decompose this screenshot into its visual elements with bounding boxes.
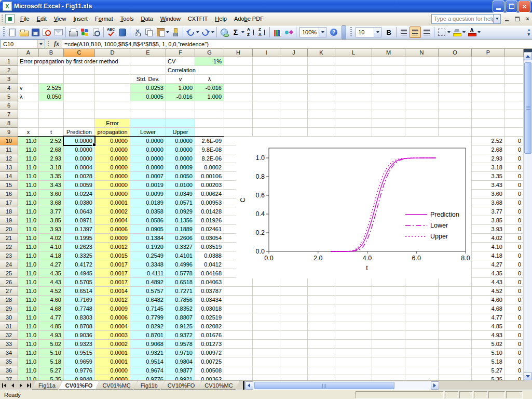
cell-B37[interactable]: 5.35 bbox=[39, 375, 64, 380]
cell-P20[interactable]: 3.93 bbox=[472, 225, 505, 234]
cell-F3[interactable]: v bbox=[166, 75, 195, 84]
cell-J26[interactable] bbox=[280, 278, 308, 287]
menu-window[interactable]: Window bbox=[157, 15, 184, 23]
redo-button[interactable] bbox=[200, 26, 215, 38]
cell-N28[interactable] bbox=[405, 296, 439, 304]
cell-D32[interactable]: 0.0003 bbox=[95, 331, 130, 340]
cell-H2[interactable] bbox=[224, 66, 253, 75]
column-header-B[interactable]: B bbox=[39, 49, 64, 57]
cell-I32[interactable] bbox=[253, 331, 280, 340]
fill-color-button[interactable] bbox=[451, 26, 466, 38]
help-question-box[interactable]: Type a question for help bbox=[431, 14, 501, 24]
cell-B4[interactable]: 2.525 bbox=[39, 84, 64, 92]
row-header-8[interactable]: 8 bbox=[0, 119, 18, 128]
cell-Q35[interactable]: 0 bbox=[505, 357, 524, 366]
cell-K32[interactable] bbox=[308, 331, 335, 340]
cell-A11[interactable]: 11.0 bbox=[18, 145, 39, 154]
cell-B17[interactable]: 3.68 bbox=[39, 198, 64, 207]
cell-H33[interactable] bbox=[224, 340, 253, 349]
cell-F2[interactable]: Correlation bbox=[166, 66, 224, 75]
cell-E5[interactable]: 0.0005 bbox=[130, 92, 166, 101]
cell-F18[interactable]: 0.0929 bbox=[166, 207, 195, 216]
row-header-27[interactable]: 27 bbox=[0, 287, 18, 296]
cell-D4[interactable] bbox=[95, 84, 130, 92]
cell-D8[interactable]: Error bbox=[95, 119, 130, 128]
cell-C37[interactable]: 0.9848 bbox=[64, 375, 95, 380]
cell-F29[interactable]: 0.8352 bbox=[166, 304, 195, 313]
cell-F30[interactable]: 0.8807 bbox=[166, 313, 195, 322]
cell-E37[interactable]: 0.9776 bbox=[130, 375, 166, 380]
hyperlink-button[interactable] bbox=[219, 26, 230, 38]
cell-B13[interactable]: 3.18 bbox=[39, 163, 64, 172]
cell-B34[interactable]: 5.10 bbox=[39, 349, 64, 357]
cell-Q6[interactable] bbox=[505, 101, 524, 110]
cell-E1[interactable] bbox=[130, 57, 166, 66]
cell-N36[interactable] bbox=[405, 366, 439, 375]
cell-G17[interactable]: 0.00953 bbox=[195, 198, 224, 207]
cell-Q8[interactable] bbox=[505, 119, 524, 128]
cell-G15[interactable]: 0.00203 bbox=[195, 181, 224, 190]
sheet-tab-cv01-fo[interactable]: CV01%FO bbox=[59, 381, 100, 390]
cell-D10[interactable]: 0.0000 bbox=[95, 137, 130, 145]
column-header-N[interactable]: N bbox=[405, 49, 439, 57]
column-header-I[interactable]: I bbox=[253, 49, 280, 57]
cell-C13[interactable]: 0.0004 bbox=[64, 163, 95, 172]
cell-P15[interactable]: 3.43 bbox=[472, 181, 505, 190]
cell-I37[interactable] bbox=[253, 375, 280, 380]
cell-I3[interactable] bbox=[253, 75, 280, 84]
column-header-O[interactable]: O bbox=[439, 49, 472, 57]
cell-Q19[interactable]: 0 bbox=[505, 216, 524, 225]
cell-K29[interactable] bbox=[308, 304, 335, 313]
row-header-37[interactable]: 37 bbox=[0, 375, 18, 380]
cell-E21[interactable]: 0.1384 bbox=[130, 234, 166, 243]
cell-A10[interactable]: 11.0 bbox=[18, 137, 39, 145]
cell-K1[interactable] bbox=[308, 57, 335, 66]
row-header-13[interactable]: 13 bbox=[0, 163, 18, 172]
cell-E30[interactable]: 0.7799 bbox=[130, 313, 166, 322]
cell-M2[interactable] bbox=[372, 66, 405, 75]
save-button[interactable] bbox=[30, 26, 41, 38]
cell-D2[interactable] bbox=[95, 66, 130, 75]
menu-adobe-pdf[interactable]: Adobe PDF bbox=[230, 15, 267, 23]
cell-G29[interactable]: 0.03018 bbox=[195, 304, 224, 313]
cell-E14[interactable]: 0.0007 bbox=[130, 172, 166, 181]
cell-F33[interactable]: 0.9578 bbox=[166, 340, 195, 349]
cut-button[interactable] bbox=[132, 26, 143, 38]
row-header-6[interactable]: 6 bbox=[0, 101, 18, 110]
copy-button[interactable] bbox=[143, 26, 155, 38]
cell-A2[interactable] bbox=[18, 66, 39, 75]
cell-P19[interactable]: 3.85 bbox=[472, 216, 505, 225]
row-header-17[interactable]: 17 bbox=[0, 198, 18, 207]
cell-C3[interactable] bbox=[64, 75, 95, 84]
cell-B3[interactable] bbox=[39, 75, 64, 84]
cell-P30[interactable]: 4.77 bbox=[472, 313, 505, 322]
cell-K30[interactable] bbox=[308, 313, 335, 322]
cell-Q2[interactable] bbox=[505, 66, 524, 75]
cell-B20[interactable]: 3.93 bbox=[39, 225, 64, 234]
cell-P23[interactable]: 4.18 bbox=[472, 251, 505, 260]
cell-A22[interactable]: 11.0 bbox=[18, 243, 39, 251]
cell-O4[interactable] bbox=[439, 84, 472, 92]
cell-D29[interactable]: 0.0009 bbox=[95, 304, 130, 313]
row-header-31[interactable]: 31 bbox=[0, 322, 18, 331]
first-sheet-button[interactable] bbox=[0, 381, 8, 390]
sheet-tab-fig11a[interactable]: Fig11a bbox=[32, 381, 62, 390]
cell-J3[interactable] bbox=[280, 75, 308, 84]
cell-D5[interactable] bbox=[95, 92, 130, 101]
cell-J27[interactable] bbox=[280, 287, 308, 296]
menu-edit[interactable]: Edit bbox=[33, 15, 50, 23]
menu-help[interactable]: Help bbox=[211, 15, 230, 23]
last-sheet-button[interactable] bbox=[25, 381, 33, 390]
cell-Q37[interactable]: 0 bbox=[505, 375, 524, 380]
row-header-29[interactable]: 29 bbox=[0, 304, 18, 313]
cell-D12[interactable]: 0.0000 bbox=[95, 154, 130, 163]
cell-B30[interactable]: 4.77 bbox=[39, 313, 64, 322]
cell-L27[interactable] bbox=[335, 287, 372, 296]
research-button[interactable] bbox=[79, 26, 90, 38]
cell-N35[interactable] bbox=[405, 357, 439, 366]
cell-E16[interactable]: 0.0099 bbox=[130, 190, 166, 198]
cell-C34[interactable]: 0.9515 bbox=[64, 349, 95, 357]
cell-H26[interactable] bbox=[224, 278, 253, 287]
cell-C16[interactable]: 0.0224 bbox=[64, 190, 95, 198]
cell-A25[interactable]: 11.0 bbox=[18, 269, 39, 278]
